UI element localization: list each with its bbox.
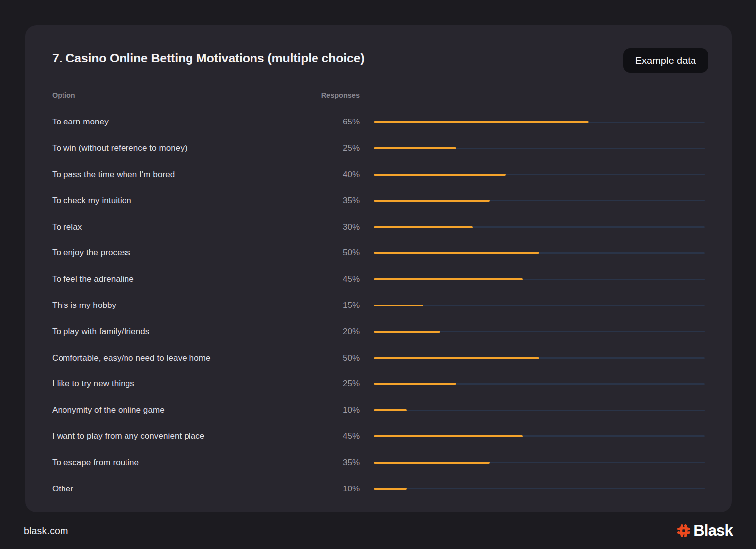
bar-cell xyxy=(360,174,705,175)
bar-fill xyxy=(374,121,589,123)
table-row: To enjoy the process 50% xyxy=(52,240,705,266)
table-row: I want to play from any convenient place… xyxy=(52,424,705,450)
table-body: To earn money 65% To win (without refere… xyxy=(52,109,705,502)
bar-cell xyxy=(360,279,705,280)
bar-fill xyxy=(374,488,407,490)
table-header-row: Option Responses xyxy=(52,91,705,100)
response-percent: 35% xyxy=(321,196,360,206)
response-percent: 45% xyxy=(321,274,360,284)
bar-track xyxy=(374,226,705,228)
option-label: To pass the time when I'm bored xyxy=(52,170,321,180)
table-row: Other 10% xyxy=(52,476,705,502)
footer: blask.com Blask xyxy=(0,512,756,549)
bar-track xyxy=(374,148,705,149)
table-row: Anonymity of the online game 10% xyxy=(52,397,705,424)
column-header-responses: Responses xyxy=(321,91,360,99)
bar-track xyxy=(374,252,705,254)
bar-cell xyxy=(360,383,705,385)
bar-fill xyxy=(374,278,523,280)
response-percent: 50% xyxy=(321,353,360,363)
option-label: To play with family/friends xyxy=(52,327,321,337)
bar-fill xyxy=(374,252,539,254)
card-header: 7. Casino Online Betting Motivations (mu… xyxy=(25,25,732,73)
option-label: To enjoy the process xyxy=(52,248,321,258)
response-percent: 35% xyxy=(321,458,360,468)
bar-fill xyxy=(374,435,523,437)
option-label: To check my intuition xyxy=(52,196,321,206)
table-row: To earn money 65% xyxy=(52,109,705,135)
response-percent: 65% xyxy=(321,117,360,127)
table-row: To check my intuition 35% xyxy=(52,187,705,214)
response-percent: 25% xyxy=(321,379,360,389)
bar-track xyxy=(374,357,705,359)
bar-track xyxy=(374,279,705,280)
bar-cell xyxy=(360,410,705,411)
bar-fill xyxy=(374,200,490,202)
option-label: This is my hobby xyxy=(52,301,321,310)
option-label: To feel the adrenaline xyxy=(52,274,321,284)
bar-fill xyxy=(374,383,456,385)
bar-fill xyxy=(374,462,490,464)
option-label: I want to play from any convenient place xyxy=(52,431,321,441)
responses-table: Option Responses To earn money 65% To wi… xyxy=(25,91,732,502)
bar-track xyxy=(374,383,705,385)
bar-cell xyxy=(360,148,705,149)
option-label: To escape from routine xyxy=(52,458,321,468)
column-header-option: Option xyxy=(52,91,321,99)
chart-card: 7. Casino Online Betting Motivations (mu… xyxy=(25,25,732,512)
bar-fill xyxy=(374,357,539,359)
brand-logo: Blask xyxy=(676,522,733,540)
bar-cell xyxy=(360,357,705,359)
option-label: Comfortable, easy/no need to leave home xyxy=(52,353,321,363)
bar-fill xyxy=(374,174,506,176)
bar-fill xyxy=(374,331,440,333)
footer-url: blask.com xyxy=(24,525,68,537)
table-row: To pass the time when I'm bored 40% xyxy=(52,162,705,188)
bar-fill xyxy=(374,305,423,306)
bar-cell xyxy=(360,331,705,332)
bar-fill xyxy=(374,409,407,411)
bar-track xyxy=(374,200,705,201)
page-title: 7. Casino Online Betting Motivations (mu… xyxy=(52,51,365,65)
bar-cell xyxy=(360,226,705,228)
bar-cell xyxy=(360,305,705,306)
response-percent: 40% xyxy=(321,170,360,180)
brand-wordmark: Blask xyxy=(693,522,733,540)
bar-fill xyxy=(374,147,456,149)
bar-track xyxy=(374,462,705,463)
option-label: To relax xyxy=(52,222,321,232)
response-percent: 10% xyxy=(321,405,360,415)
blask-hash-icon xyxy=(676,523,691,538)
table-row: To play with family/friends 20% xyxy=(52,318,705,345)
bar-track xyxy=(374,410,705,411)
bar-fill xyxy=(374,226,473,228)
bar-track xyxy=(374,331,705,332)
table-row: To relax 30% xyxy=(52,214,705,240)
table-row: To escape from routine 35% xyxy=(52,449,705,476)
table-row: This is my hobby 15% xyxy=(52,293,705,319)
response-percent: 25% xyxy=(321,143,360,153)
example-data-badge: Example data xyxy=(623,48,708,73)
table-row: To feel the adrenaline 45% xyxy=(52,266,705,293)
bar-cell xyxy=(360,200,705,201)
bar-track xyxy=(374,305,705,306)
bar-cell xyxy=(360,488,705,489)
bar-cell xyxy=(360,462,705,463)
bar-track xyxy=(374,174,705,175)
table-row: I like to try new things 25% xyxy=(52,371,705,397)
bar-cell xyxy=(360,252,705,254)
response-percent: 50% xyxy=(321,248,360,258)
response-percent: 20% xyxy=(321,327,360,337)
bar-cell xyxy=(360,122,705,123)
option-label: Anonymity of the online game xyxy=(52,405,321,415)
bar-track xyxy=(374,435,705,437)
response-percent: 15% xyxy=(321,301,360,310)
response-percent: 10% xyxy=(321,484,360,494)
bar-cell xyxy=(360,435,705,437)
response-percent: 45% xyxy=(321,431,360,441)
option-label: I like to try new things xyxy=(52,379,321,389)
bar-track xyxy=(374,122,705,123)
response-percent: 30% xyxy=(321,222,360,232)
option-label: Other xyxy=(52,484,321,494)
option-label: To earn money xyxy=(52,117,321,127)
